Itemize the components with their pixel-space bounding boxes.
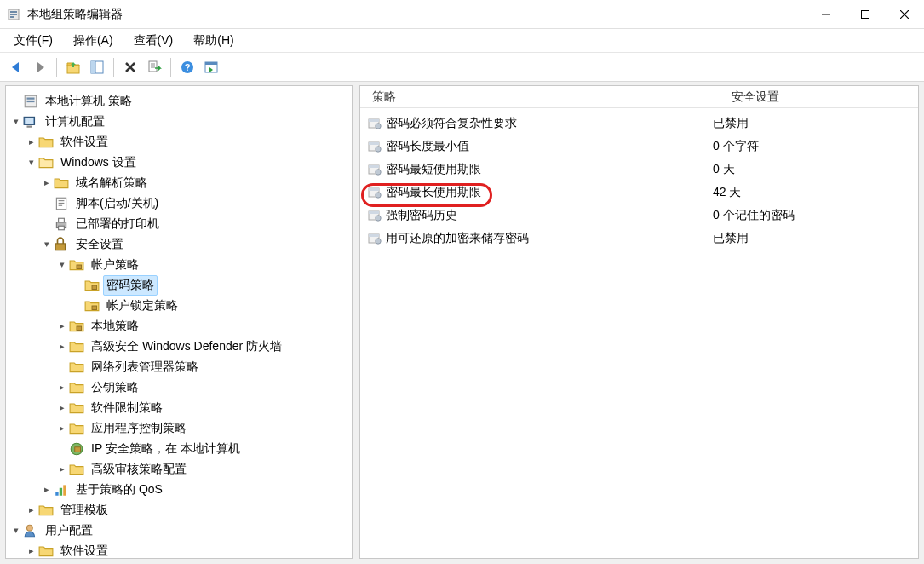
expand-icon[interactable]: ▸ [55,462,69,476]
show-hide-tree-button[interactable] [86,56,108,78]
column-header-policy[interactable]: 策略 [365,89,732,105]
svg-rect-39 [77,326,82,331]
list-row[interactable]: 密码必须符合复杂性要求已禁用 [365,112,918,135]
folder-icon [69,462,84,477]
tree-ip-security[interactable]: ▶ IP 安全策略，在 本地计算机 [9,439,348,459]
svg-point-60 [376,215,381,220]
svg-point-63 [376,238,381,243]
list-row[interactable]: 密码最短使用期限0 天 [365,158,918,181]
tree-dns-policy[interactable]: ▸ 域名解析策略 [9,173,348,193]
expand-icon: ▶ [55,441,69,456]
svg-rect-23 [27,98,35,100]
collapse-icon[interactable]: ▾ [9,523,23,538]
collapse-icon[interactable]: ▾ [55,257,69,272]
tree-software-settings[interactable]: ▸ 软件设置 [9,132,348,153]
maximize-button[interactable] [846,0,885,28]
tree-app-control[interactable]: ▸ 应用程序控制策略 [9,418,348,439]
svg-rect-26 [25,118,33,124]
tree-network-list[interactable]: ▶ 网络列表管理器策略 [9,357,348,377]
folder-icon [54,176,69,191]
expand-icon[interactable]: ▸ [25,503,38,517]
tree-adv-audit[interactable]: ▸ 高级审核策略配置 [9,459,348,480]
list-header: 策略 安全设置 [360,86,918,108]
folder-open-icon [38,155,54,170]
svg-rect-47 [369,119,379,122]
expand-icon[interactable]: ▸ [55,380,69,394]
expand-icon: ▶ [71,298,84,313]
tree-root[interactable]: ▶ 本地计算机 策略 [9,91,348,112]
collapse-icon[interactable]: ▾ [9,114,23,129]
policy-name: 密码必须符合复杂性要求 [384,115,522,132]
expand-icon[interactable]: ▸ [25,544,38,558]
app-icon [7,8,20,21]
minimize-button[interactable] [806,0,846,28]
menu-action[interactable]: 操作(A) [65,31,122,51]
printer-icon [54,216,69,232]
svg-rect-27 [27,126,32,128]
tree-software-restrict[interactable]: ▸ 软件限制策略 [9,398,348,418]
expand-icon[interactable]: ▸ [25,135,38,149]
expand-icon[interactable]: ▸ [55,339,69,354]
svg-rect-42 [55,492,58,496]
list-row[interactable]: 强制密码历史0 个记住的密码 [365,204,918,227]
tree-deployed-printers[interactable]: ▶ 已部署的打印机 [9,214,348,234]
tree-security-settings[interactable]: ▾ 安全设置 [9,234,348,255]
delete-button[interactable] [119,56,141,78]
export-list-button[interactable] [143,56,165,78]
tree-user-config[interactable]: ▾ 用户配置 [9,521,348,541]
tree-panel[interactable]: ▶ 本地计算机 策略 ▾ 计算机配置 ▸ 软件设置 ▾ Windows 设置 ▸ [5,85,353,559]
tree-admin-templates[interactable]: ▸ 管理模板 [9,500,348,521]
close-button[interactable] [885,0,924,28]
tree-label: 软件限制策略 [88,398,166,418]
tree-user-software-settings[interactable]: ▸ 软件设置 [9,541,348,559]
policy-item-icon [365,117,384,130]
back-button[interactable] [5,56,27,78]
tree-label: 软件设置 [57,132,112,153]
column-header-setting[interactable]: 安全设置 [732,89,918,105]
collapse-icon[interactable]: ▾ [25,155,38,170]
properties-button[interactable] [200,56,222,78]
menu-help[interactable]: 帮助(H) [185,31,242,51]
svg-rect-43 [60,488,62,496]
tree-computer-config[interactable]: ▾ 计算机配置 [9,112,348,132]
svg-rect-37 [92,285,97,290]
tree-lockout-policy[interactable]: ▶ 帐户锁定策略 [9,296,348,316]
list-panel[interactable]: 策略 安全设置 密码必须符合复杂性要求已禁用密码长度最小值0 个字符密码最短使用… [359,85,919,559]
tree-account-policies[interactable]: ▾ 帐户策略 [9,255,348,275]
svg-rect-41 [75,447,81,452]
expand-icon[interactable]: ▸ [55,421,69,435]
menu-file[interactable]: 文件(F) [5,31,61,51]
toolbar-separator [113,58,114,77]
tree-public-key[interactable]: ▸ 公钥策略 [9,377,348,398]
forward-button[interactable] [29,56,51,78]
svg-point-45 [27,525,33,531]
expand-icon[interactable]: ▸ [40,482,54,497]
svg-rect-35 [55,244,65,250]
expand-icon: ▶ [55,360,69,374]
expand-icon[interactable]: ▸ [55,319,69,333]
list-row[interactable]: 密码长度最小值0 个字符 [365,135,918,158]
folder-icon [38,503,54,518]
folder-lock-icon [69,319,84,334]
svg-point-48 [376,123,381,128]
script-icon [54,196,69,211]
svg-point-57 [376,192,381,197]
menu-view[interactable]: 查看(V) [125,31,182,51]
policy-item-icon [365,186,384,199]
tree-defender-firewall[interactable]: ▸ 高级安全 Windows Defender 防火墙 [9,337,348,357]
collapse-icon[interactable]: ▾ [40,237,54,251]
list-row[interactable]: 用可还原的加密来储存密码已禁用 [365,227,918,250]
list-row[interactable]: 密码最长使用期限42 天 [365,181,918,204]
help-button[interactable]: ? [176,56,198,78]
tree-windows-settings[interactable]: ▾ Windows 设置 [9,153,348,173]
tree-scripts[interactable]: ▶ 脚本(启动/关机) [9,193,348,214]
policy-setting: 已禁用 [713,116,918,131]
tree-local-policies[interactable]: ▸ 本地策略 [9,316,348,337]
expand-icon[interactable]: ▸ [55,400,69,415]
tree-password-policy[interactable]: ▶ 密码策略 [9,275,348,296]
svg-rect-5 [862,10,869,18]
up-level-button[interactable] [62,56,84,78]
window-controls [806,0,924,28]
expand-icon[interactable]: ▸ [40,176,54,190]
tree-qos[interactable]: ▸ 基于策略的 QoS [9,480,348,500]
